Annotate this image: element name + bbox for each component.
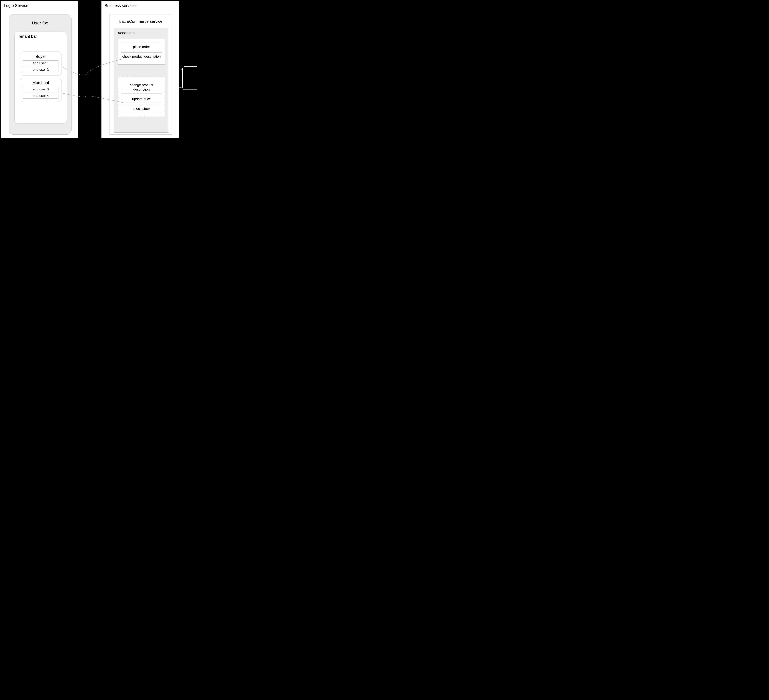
ecommerce-service-title: baz eCommerce service — [109, 14, 172, 24]
end-user-cell: end user 1 — [23, 60, 58, 66]
end-user-cell: end user 4 — [23, 93, 58, 98]
buyer-role-box: Buyer end user 1 end user 2 — [20, 51, 62, 76]
business-services-panel: Business services baz eCommerce service … — [101, 1, 179, 138]
merchant-role-box: Merchant end user 3 end user 4 — [20, 78, 62, 102]
buyer-role-title: Buyer — [23, 54, 58, 59]
business-services-title: Business services — [101, 1, 179, 8]
merchant-role-title: Merchant — [23, 80, 58, 85]
end-user-cell: end user 2 — [23, 67, 58, 72]
external-fragment-box — [182, 66, 197, 90]
accesses-box: Accesses place order check product descr… — [114, 28, 169, 132]
permission-cell: check product description — [121, 52, 162, 61]
permission-cell: update price — [121, 95, 162, 103]
merchant-permissions-group: change product description update price … — [118, 77, 165, 117]
ecommerce-service-box: baz eCommerce service Accesses place ord… — [109, 14, 172, 135]
end-user-cell: end user 3 — [23, 87, 58, 92]
user-foo-box: User foo Tenant bar Buyer end user 1 end… — [9, 14, 71, 135]
logto-service-panel: Logto Service User foo Tenant bar Buyer … — [1, 1, 78, 138]
buyer-permissions-group: place order check product description — [118, 39, 165, 64]
permission-cell: check stock — [121, 105, 162, 113]
tenant-bar-box: Tenant bar Buyer end user 1 end user 2 M… — [14, 32, 67, 124]
logto-service-title: Logto Service — [1, 1, 78, 8]
accesses-title: Accesses — [114, 28, 168, 35]
permission-cell: change product description — [121, 81, 162, 93]
user-foo-title: User foo — [9, 14, 71, 26]
tenant-bar-title: Tenant bar — [14, 32, 67, 39]
permission-cell: place order — [121, 43, 162, 51]
